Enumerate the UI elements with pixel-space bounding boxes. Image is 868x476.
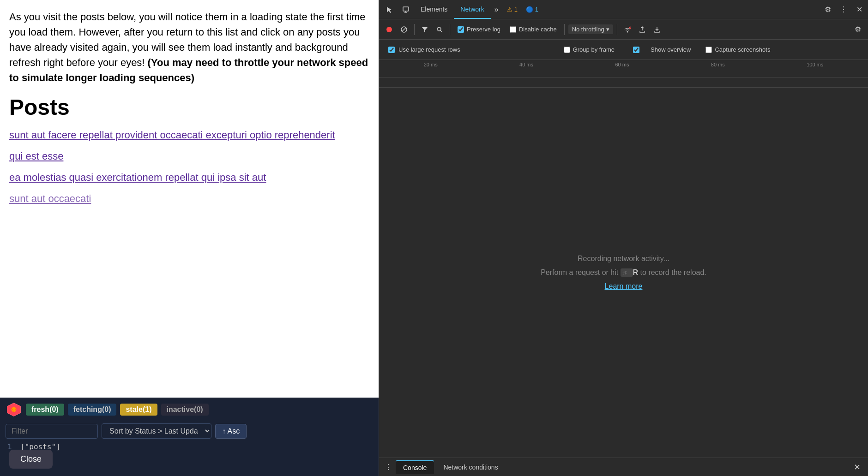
wifi-icon (623, 25, 632, 34)
svg-line-14 (402, 28, 406, 31)
badge-fetching[interactable]: fetching(0) (68, 404, 117, 416)
info-badge[interactable]: 🔵 1 (523, 5, 541, 14)
r-key: R (633, 268, 639, 276)
tab-elements[interactable]: Elements (414, 0, 454, 19)
svg-rect-10 (404, 12, 407, 13)
disable-cache-checkbox[interactable]: Disable cache (510, 26, 557, 33)
devtools-header: fresh(0) fetching(0) stale(1) inactive(0… (0, 398, 379, 422)
separator-1 (414, 24, 415, 35)
svg-rect-9 (403, 7, 409, 11)
svg-rect-11 (405, 11, 406, 12)
recording-text: Recording network activity... (578, 255, 669, 263)
timeline-labels: 20 ms 40 ms 60 ms 80 ms 100 ms (379, 62, 868, 67)
devtools-filter-row: Sort by Status > Last Upda ↑ Asc (0, 422, 379, 440)
preserve-log-checkbox[interactable]: Preserve log (458, 26, 500, 33)
data-row: 1 ["posts"] (0, 440, 379, 453)
tab-badges: ⚠ 1 🔵 1 (504, 5, 541, 14)
inspector-icon-btn[interactable] (398, 1, 414, 18)
tab-actions: ⚙ ⋮ ✕ (821, 3, 866, 17)
capture-screenshots-checkbox[interactable]: Capture screenshots (705, 46, 770, 53)
more-options-btn[interactable]: ⋮ (837, 3, 850, 17)
post-link-1[interactable]: sunt aut facere repellat provident occae… (9, 129, 369, 141)
chevron-down-icon: ▾ (606, 26, 609, 33)
clear-icon (400, 26, 408, 33)
post-link-4[interactable]: sunt aut occaecati (9, 193, 91, 204)
timeline-area: 20 ms 40 ms 60 ms 80 ms 100 ms (379, 60, 868, 88)
wifi-icon-btn[interactable] (621, 23, 634, 36)
separator-2 (450, 24, 450, 35)
inspector-icon (402, 6, 410, 13)
separator-3 (564, 24, 565, 35)
filter-btn[interactable] (418, 23, 431, 36)
network-main: Recording network activity... Perform a … (379, 88, 868, 458)
tab-network-conditions[interactable]: Network conditions (436, 461, 505, 474)
svg-marker-15 (422, 27, 428, 32)
search-icon (436, 26, 443, 33)
tab-network[interactable]: Network (454, 0, 490, 19)
warn-badge[interactable]: ⚠ 1 (504, 5, 520, 14)
group-by-frame-checkbox[interactable]: Group by frame (564, 46, 615, 53)
bottom-bar: ⋮ Console Network conditions ✕ (379, 458, 868, 476)
upload-icon (639, 26, 646, 33)
cursor-icon-btn[interactable] (381, 1, 398, 18)
react-query-logo (6, 401, 22, 418)
filter-icon (421, 26, 428, 33)
download-icon (653, 26, 661, 33)
separator-4 (617, 24, 617, 35)
filter-input[interactable] (6, 424, 98, 439)
search-btn[interactable] (433, 23, 446, 36)
asc-button[interactable]: ↑ Asc (215, 424, 247, 439)
intro-text: As you visit the posts below, you will n… (9, 9, 369, 85)
close-button[interactable]: Close (9, 450, 53, 469)
upload-btn[interactable] (636, 23, 649, 36)
badge-stale[interactable]: stale(1) (120, 404, 157, 416)
learn-more-link[interactable]: Learn more (605, 282, 643, 291)
cmd-key: ⌘ (621, 268, 633, 277)
tab-more-btn[interactable]: » (491, 3, 502, 17)
bottom-bar-menu-btn[interactable]: ⋮ (383, 461, 394, 473)
network-toolbar-1: Preserve log Disable cache No throttling… (379, 19, 868, 40)
badge-inactive[interactable]: inactive(0) (161, 404, 209, 416)
react-query-devtools: fresh(0) fetching(0) stale(1) inactive(0… (0, 398, 379, 476)
throttle-dropdown[interactable]: No throttling ▾ (568, 24, 613, 34)
svg-point-2 (8, 406, 11, 408)
svg-point-16 (437, 27, 441, 31)
show-overview-checkbox[interactable] (633, 47, 639, 53)
cursor-icon (386, 6, 393, 13)
clear-btn[interactable] (398, 23, 410, 36)
download-btn[interactable] (651, 23, 663, 36)
webpage-panel: As you visit the posts below, you will n… (0, 0, 379, 476)
settings-icon-2[interactable]: ⚙ (851, 23, 864, 36)
post-link-3[interactable]: ea molestias quasi exercitationem repell… (9, 172, 369, 184)
perform-text: Perform a request or hit ⌘ R to record t… (541, 268, 706, 277)
close-devtools-btn[interactable]: ✕ (852, 3, 866, 17)
bottom-bar-close-btn[interactable]: ✕ (850, 460, 864, 474)
tab-console[interactable]: Console (396, 460, 434, 474)
record-btn[interactable] (383, 23, 396, 36)
sort-select[interactable]: Sort by Status > Last Upda (102, 423, 211, 439)
svg-point-18 (627, 31, 628, 32)
record-icon (386, 26, 392, 33)
devtools-panel: Elements Network » ⚠ 1 🔵 1 ⚙ ⋮ ✕ (379, 0, 868, 476)
svg-point-12 (386, 27, 392, 32)
posts-heading: Posts (9, 95, 369, 120)
timeline-graph (379, 69, 868, 85)
badge-fresh[interactable]: fresh(0) (26, 404, 64, 416)
network-toolbar-2: Use large request rows Group by frame Sh… (379, 40, 868, 60)
large-rows-checkbox[interactable]: Use large request rows (388, 46, 460, 53)
settings-icon-btn[interactable]: ⚙ (821, 3, 835, 17)
svg-point-3 (17, 406, 19, 408)
svg-marker-8 (387, 7, 392, 13)
devtools-tabs-bar: Elements Network » ⚠ 1 🔵 1 ⚙ ⋮ ✕ (379, 0, 868, 19)
status-badges: fresh(0) fetching(0) stale(1) inactive(0… (26, 404, 209, 416)
svg-point-4 (12, 412, 15, 415)
post-link-2[interactable]: qui est esse (9, 150, 369, 162)
svg-line-17 (440, 30, 442, 32)
